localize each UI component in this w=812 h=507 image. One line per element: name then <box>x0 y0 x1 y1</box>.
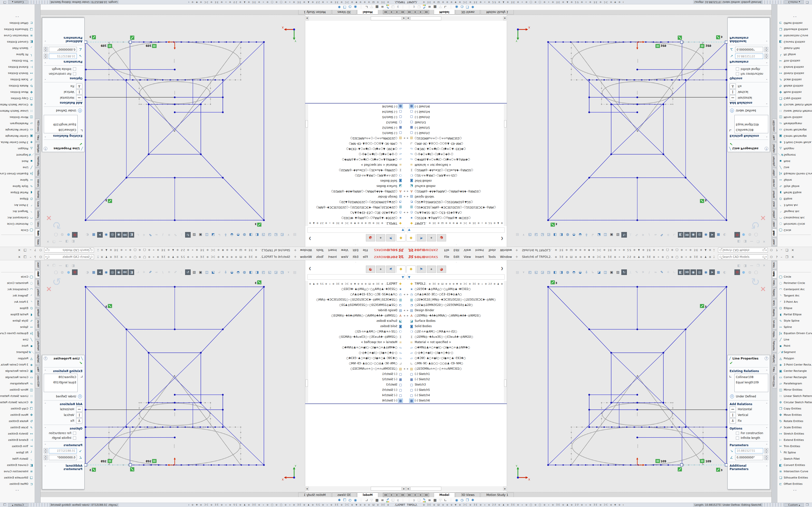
minimize-button[interactable]: – <box>30 255 32 259</box>
restore-button[interactable]: ❐ <box>24 248 27 252</box>
command-manager-tab[interactable]: Data Migration <box>35 142 40 154</box>
relation-entry[interactable]: Equal length109 <box>45 380 76 385</box>
sketch-tool-button[interactable]: ◖ Partial Ellipse <box>0 311 35 318</box>
shortcut-icon[interactable]: ▦ <box>433 5 437 9</box>
sketch-tool-button[interactable]: ◠ Centerpoint Arc <box>0 215 35 221</box>
expand-arrow-icon[interactable]: ▶ <box>406 368 409 370</box>
add-relation-button[interactable]: ⚓ Fix <box>728 83 770 89</box>
option-row[interactable]: Infinite length <box>42 436 84 440</box>
search-input[interactable] <box>722 248 761 252</box>
tree-item[interactable]: ▦ (-) Sketch2 <box>406 125 504 130</box>
tree-item[interactable]: ▶ A ○2ƧMN◎◦✚A✚◎MNA○◦○ANM◎✚A✚◦◎NM2Ƨ○ <box>308 189 406 194</box>
tree-item[interactable]: ◔ ○2Ƨ♟◎2ƧMN3Ɛ2Ƨ○◦○2Ƨ3ƐNM2Ƨ◎♟2Ƨ○ <box>406 200 504 205</box>
expand-arrow-icon[interactable]: ▶ <box>406 137 409 139</box>
expand-arrow-icon[interactable]: ▶ <box>406 293 409 295</box>
sketch-tool-button[interactable]: ⊏ Offset Entities <box>777 481 812 487</box>
section-existing-relations[interactable]: Existing Relations⌃ <box>728 369 770 373</box>
menu-item[interactable]: File <box>361 247 370 253</box>
shortcut-icon[interactable]: ≡ <box>428 5 431 9</box>
scroll-left-button[interactable]: ◀ <box>402 16 406 20</box>
relation-entry[interactable]: Collinear108 <box>45 375 76 380</box>
more-tools-icon[interactable]: ⌄⌄ <box>777 16 812 18</box>
sketch-tool-button[interactable]: ◫ Mirror Entities <box>0 114 35 120</box>
tree-item[interactable]: ≡ Material < not specified > <box>406 339 504 345</box>
menu-item[interactable]: View <box>339 254 350 260</box>
menu-item[interactable]: File <box>442 254 451 260</box>
angle-spinner[interactable]: ▲▼ <box>44 47 48 52</box>
tree-tab[interactable]: ⌖ <box>376 266 385 273</box>
section-existing-relations[interactable]: Existing Relations⌃ <box>42 369 84 373</box>
sketch-tool-button[interactable]: ✥ Move Entities <box>0 412 35 418</box>
shortcut-icon[interactable]: ▽ <box>439 5 442 9</box>
user-icon[interactable]: ⚇ <box>39 248 42 252</box>
tree-item[interactable]: ▢ Sketch3 <box>406 120 504 125</box>
shortcut-icon[interactable]: ◷ <box>460 5 463 9</box>
sketch-tool-button[interactable]: ◠ Centerpoint Arc <box>777 215 812 221</box>
menu-item[interactable]: Insert <box>326 254 339 260</box>
tab-nav-button[interactable]: ◀ <box>394 10 400 14</box>
menu-item[interactable]: Insert <box>473 247 486 253</box>
menu-item[interactable]: Tools <box>486 254 498 260</box>
sketch-tool-button[interactable]: ◫ Mirror Entities <box>0 387 35 393</box>
sketch-tool-button[interactable]: ╱ Line <box>0 164 35 171</box>
menu-item[interactable]: Edit <box>451 254 462 260</box>
quick-access-toolbar[interactable]: ⊚ ƷE ⊚ Ш ⊚ ⊚ ⊚ ✚ ⊚ ƆC ⊚ ƷE ⊚ ÷ ⊚ 2Ƨ ⊚ ♟ … <box>555 249 714 252</box>
document-tab[interactable]: Motion Study 1 <box>298 10 331 14</box>
command-manager-tab[interactable]: Mold Tools <box>35 330 40 339</box>
sketch-gray-entities[interactable] <box>571 376 704 465</box>
tree-tab[interactable]: ◕ <box>437 266 446 273</box>
tree-tab[interactable]: ⚑ <box>386 234 395 241</box>
section-add-relations[interactable]: Add Relations⌃ <box>728 401 770 406</box>
sketch-tool-button[interactable]: ◞ Sketch Fillet <box>777 456 812 462</box>
sketch-tool-button[interactable]: ∅ Ellipse <box>0 196 35 202</box>
pin-icon[interactable]: ✛ <box>294 255 296 259</box>
sketch-dashed-rects[interactable] <box>571 42 703 104</box>
sketch-tool-button[interactable]: ❏ Silhouette Entities <box>777 474 812 481</box>
expand-arrow-icon[interactable]: ▶ <box>403 137 406 139</box>
user-icon[interactable]: ⚇ <box>770 248 773 252</box>
option-row[interactable]: For construction <box>42 431 84 436</box>
command-manager-tab[interactable]: Surfaces <box>35 279 40 287</box>
length-spinner[interactable]: ▲▼ <box>764 448 768 453</box>
sketch-tool-button[interactable]: ∷ Linear Sketch Pattern <box>0 393 35 399</box>
tree-item[interactable]: ▢ (-) Sketch5 <box>308 387 406 393</box>
tree-splitter[interactable] <box>406 103 507 104</box>
shortcut-icon[interactable]: ✎ <box>423 498 426 502</box>
tree-item[interactable]: ▥ ○2Ƨ✚3Ɛ2Ƨ○MN◎◦✚ƆC3ƐU3Ɛ2Ƨ○◦○2Ƨ3ƐU3ƐƆC✚◦◎… <box>308 297 406 302</box>
relation-entry[interactable]: Collinear108 <box>736 375 767 380</box>
sketch-tool-button[interactable]: ✂ Trim Entities <box>0 58 35 64</box>
command-manager-tab[interactable]: Weldments <box>772 319 777 330</box>
sketch-tool-button[interactable]: ✲ Circular Sketch Pattern <box>0 399 35 405</box>
sketch-tool-button[interactable]: ✲ Circular Sketch Pattern <box>777 102 812 108</box>
tree-item[interactable]: ▶ A ○2ƧMN◎◦✚A✚◎MNA○◦○ANM◎✚A✚◦◎NM2Ƨ○ <box>406 313 504 318</box>
sketch-tool-button[interactable]: ≋ Intersection Curve <box>0 468 35 474</box>
sketch-tool-button[interactable]: ◧ Convert Entities <box>777 462 812 468</box>
tree-item[interactable]: ▢ (-) Sketch5 <box>406 387 504 393</box>
option-row[interactable]: Infinite length <box>728 67 770 71</box>
sketch-tool-button[interactable]: ◌ Perimeter Circle <box>0 221 35 227</box>
command-manager-tab[interactable]: Mesh Modeling <box>772 155 777 167</box>
panel-expand-icon[interactable]: ❯ <box>501 267 503 270</box>
shortcut-icon[interactable]: ⋮ <box>407 498 411 502</box>
command-manager-tab[interactable]: Sheet Metal <box>772 189 777 199</box>
shortcut-icon[interactable]: ◗ <box>413 5 415 9</box>
sketch-tool-button[interactable]: ◬ Polygon <box>777 146 812 152</box>
tree-item[interactable]: ▢ Sketch3 <box>406 382 504 387</box>
sketch-tool-button[interactable]: ✂ Trim Entities <box>777 443 812 449</box>
sketch-tool-button[interactable]: ▪ Point <box>0 343 35 349</box>
tree-item[interactable]: ▢ (-) Sketch4 <box>308 393 406 398</box>
tree-tab[interactable]: ❖ <box>406 266 416 273</box>
sketch-tool-button[interactable]: ▣ Center Rectangle <box>0 133 35 139</box>
shortcut-icon[interactable]: ❐ <box>466 5 469 9</box>
sketch-tool-button[interactable]: ◜ 3 Point Arc <box>777 202 812 208</box>
tree-tab[interactable]: ❖ <box>396 266 406 273</box>
scroll-thumb[interactable] <box>371 487 402 491</box>
document-tab[interactable]: Model <box>357 493 378 497</box>
tree-item[interactable]: ▢ (-) Sketch4 <box>308 109 406 114</box>
section-parameters[interactable]: Parameters⌃ <box>728 60 770 64</box>
sketch-tool-button[interactable]: ▭ Corner Rectangle <box>0 374 35 380</box>
shortcut-icon[interactable]: ❏ <box>417 498 420 502</box>
shortcut-icon[interactable]: ✱ <box>471 5 474 9</box>
sketch-tool-button[interactable]: ↦ Stretch Entities <box>777 70 812 76</box>
tree-root[interactable]: ❖ TЯPDL2. ⊚ ƷE ⊚ Ш ⊚ ⊚ ⊚ ✚ ⊚ ƆC ⊚ ƷE ⊚ ÷… <box>308 221 406 226</box>
